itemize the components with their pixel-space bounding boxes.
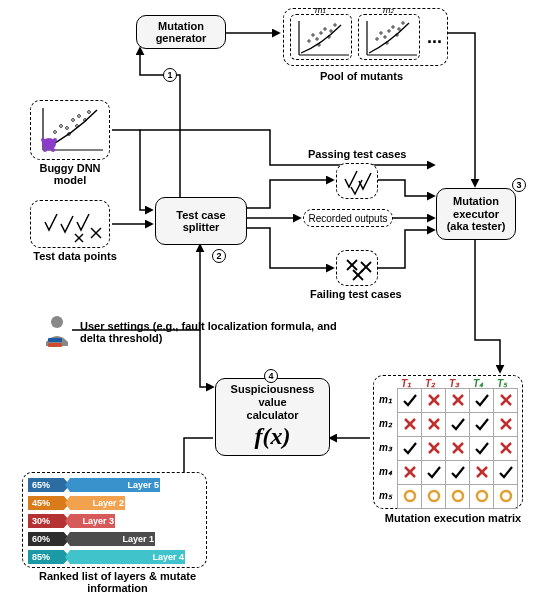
svg-point-24 bbox=[54, 131, 57, 134]
buggy-dnn-box bbox=[30, 100, 110, 160]
matrix-cell bbox=[398, 413, 422, 437]
fx-icon: f(x) bbox=[255, 422, 291, 451]
matrix-cell bbox=[494, 413, 518, 437]
matrix-cell bbox=[470, 413, 494, 437]
matrix-cell bbox=[494, 461, 518, 485]
svc-l1: Suspiciousness value bbox=[220, 383, 325, 409]
mutation-executor-l1: Mutation bbox=[453, 195, 499, 208]
pool-of-mutants-box: m₁ m₂ ... bbox=[283, 8, 448, 66]
svg-point-37 bbox=[51, 148, 55, 152]
ranked-bar: 30%Layer 3 bbox=[28, 514, 120, 528]
svg-point-2 bbox=[308, 40, 310, 42]
svg-point-16 bbox=[388, 30, 390, 32]
svg-point-30 bbox=[88, 111, 91, 114]
svg-point-74 bbox=[429, 491, 439, 501]
mutant-thumbnail-1: m₁ bbox=[290, 14, 352, 60]
ranked-bar: 65%Layer 5 bbox=[28, 478, 165, 492]
svg-rect-49 bbox=[48, 338, 62, 342]
svc-box: Suspiciousness value calculator f(x) bbox=[215, 378, 330, 456]
mutation-generator-label: Mutation generator bbox=[141, 20, 221, 44]
svg-point-13 bbox=[376, 38, 378, 40]
matrix-cell bbox=[446, 389, 470, 413]
recorded-outputs-box: Recorded outputs bbox=[303, 209, 393, 227]
mat-row-2: m₂ bbox=[379, 418, 392, 429]
user-icon bbox=[42, 312, 72, 348]
ellipsis-icon: ... bbox=[427, 27, 442, 48]
ranked-pct: 30% bbox=[28, 514, 70, 528]
passing-tests-label: Passing test cases bbox=[308, 148, 406, 160]
svg-point-35 bbox=[53, 138, 57, 142]
svc-l2: calculator bbox=[247, 409, 299, 422]
matrix-cell bbox=[446, 461, 470, 485]
step-3-marker: 3 bbox=[512, 178, 526, 192]
step-2-marker: 2 bbox=[212, 249, 226, 263]
svg-point-18 bbox=[398, 28, 400, 30]
matrix-cell bbox=[398, 485, 422, 509]
svg-rect-50 bbox=[48, 343, 62, 347]
svg-point-27 bbox=[72, 119, 75, 122]
mat-row-5: m₅ bbox=[379, 490, 392, 501]
svg-point-75 bbox=[453, 491, 463, 501]
matrix-cell bbox=[398, 389, 422, 413]
ranked-pct: 65% bbox=[28, 478, 70, 492]
svg-point-20 bbox=[386, 42, 388, 44]
svg-point-26 bbox=[66, 127, 69, 130]
mutant-1-label: m₁ bbox=[315, 5, 327, 15]
svg-point-34 bbox=[41, 138, 45, 142]
mutant-2-label: m₂ bbox=[383, 5, 395, 15]
matrix-cell bbox=[470, 461, 494, 485]
matrix-cell bbox=[398, 461, 422, 485]
matrix-cell bbox=[470, 389, 494, 413]
ranked-bar: 85%Layer 4 bbox=[28, 550, 190, 564]
svg-point-10 bbox=[328, 36, 330, 38]
matrix-cell bbox=[494, 485, 518, 509]
mat-row-3: m₃ bbox=[379, 442, 392, 453]
ranked-bar: 60%Layer 1 bbox=[28, 532, 160, 546]
ranked-pct: 45% bbox=[28, 496, 70, 510]
pool-of-mutants-label: Pool of mutants bbox=[320, 70, 403, 82]
matrix-cell bbox=[494, 437, 518, 461]
svg-point-48 bbox=[51, 316, 63, 328]
recorded-outputs-label: Recorded outputs bbox=[309, 213, 388, 224]
matrix-table bbox=[397, 388, 518, 509]
buggy-dnn-label: Buggy DNN model bbox=[30, 162, 110, 186]
svg-point-9 bbox=[318, 44, 320, 46]
mutation-executor-l3: (aka tester) bbox=[447, 220, 506, 233]
matrix-cell bbox=[470, 485, 494, 509]
svg-point-8 bbox=[334, 24, 336, 26]
matrix-cell bbox=[446, 413, 470, 437]
ranked-layer-label: Layer 3 bbox=[82, 516, 114, 526]
svg-point-6 bbox=[324, 28, 326, 30]
matrix-cell bbox=[422, 485, 446, 509]
ranked-bar: 45%Layer 2 bbox=[28, 496, 130, 510]
mutation-executor-l2: executor bbox=[453, 208, 499, 221]
failing-tests-label: Failing test cases bbox=[310, 288, 402, 300]
ranked-pct: 60% bbox=[28, 532, 70, 546]
matrix-cell bbox=[422, 461, 446, 485]
svg-point-3 bbox=[312, 34, 314, 36]
svg-point-7 bbox=[330, 30, 332, 32]
matrix-cell bbox=[398, 437, 422, 461]
test-data-points-label: Test data points bbox=[30, 250, 120, 262]
svg-point-28 bbox=[78, 115, 81, 118]
mutation-generator-box: Mutation generator bbox=[136, 15, 226, 49]
ranked-layer-label: Layer 5 bbox=[127, 480, 159, 490]
svg-point-36 bbox=[43, 148, 47, 152]
matrix-label: Mutation execution matrix bbox=[378, 512, 528, 524]
step-1-marker: 1 bbox=[163, 68, 177, 82]
ranked-list-label: Ranked list of layers & mutate informati… bbox=[30, 570, 205, 594]
matrix-cell bbox=[422, 389, 446, 413]
mat-row-4: m₄ bbox=[379, 466, 392, 477]
svg-point-77 bbox=[501, 491, 511, 501]
matrix-cell bbox=[422, 437, 446, 461]
step-4-marker: 4 bbox=[264, 369, 278, 383]
svg-point-15 bbox=[384, 36, 386, 38]
mutation-executor-box: Mutation executor (aka tester) bbox=[436, 188, 516, 240]
failing-tests-box bbox=[336, 250, 378, 286]
ranked-layer-label: Layer 1 bbox=[122, 534, 154, 544]
ranked-pct: 85% bbox=[28, 550, 70, 564]
matrix-cell bbox=[494, 389, 518, 413]
matrix-cell bbox=[446, 437, 470, 461]
test-data-points-box bbox=[30, 200, 110, 248]
svg-point-14 bbox=[380, 32, 382, 34]
